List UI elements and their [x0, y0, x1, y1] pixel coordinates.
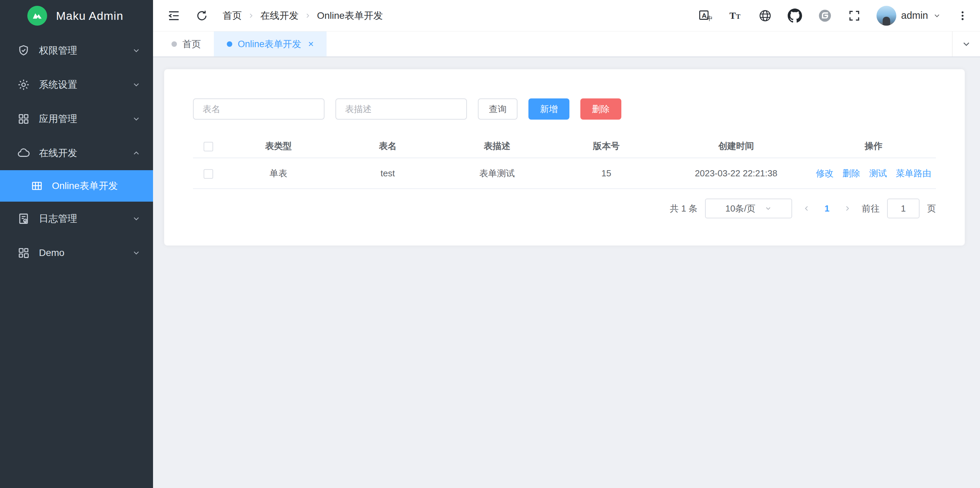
sidebar-item-online-dev[interactable]: 在线开发	[0, 136, 153, 170]
sidebar-item-label: 系统设置	[39, 78, 132, 91]
page-unit-label: 页	[927, 203, 936, 215]
sidebar-menu: 权限管理 系统设置 应用管理	[0, 32, 153, 270]
cell-table-name: test	[333, 158, 442, 189]
data-table: 表类型 表名 表描述 版本号 创建时间 操作 单表 test 表单测试 15	[193, 135, 936, 189]
fullscreen-icon	[848, 9, 861, 22]
column-header: 表描述	[442, 135, 552, 158]
row-actions: 修改 删除 测试 菜单路由	[811, 167, 936, 179]
page-size-value: 10条/页	[725, 203, 755, 215]
goto-page-input[interactable]	[887, 199, 920, 218]
avatar[interactable]	[877, 6, 896, 26]
more-settings-button[interactable]	[957, 10, 968, 22]
edit-link[interactable]: 修改	[816, 167, 834, 179]
tab-label: 首页	[182, 38, 201, 50]
svg-text:T: T	[730, 10, 736, 21]
tab-bar: 首页 Online表单开发 ×	[153, 32, 980, 57]
grid-icon	[17, 112, 30, 125]
translate-button[interactable]: A中	[698, 8, 713, 23]
font-size-button[interactable]: TT	[728, 8, 743, 23]
tabs: 首页 Online表单开发 ×	[153, 32, 952, 56]
chevron-down-icon	[132, 80, 141, 89]
translate-icon: A中	[698, 8, 713, 23]
prev-page-button[interactable]	[800, 204, 813, 212]
delete-button[interactable]: 删除	[580, 99, 621, 120]
chevron-up-icon	[132, 149, 141, 158]
chevron-down-icon	[132, 214, 141, 223]
language-button[interactable]	[758, 9, 772, 22]
delete-link[interactable]: 删除	[843, 167, 861, 179]
breadcrumb-current: Online表单开发	[317, 9, 383, 22]
gitee-icon	[818, 8, 832, 23]
sidebar-item-log-management[interactable]: 日志管理	[0, 202, 153, 236]
top-header: 首页 在线开发 Online表单开发 A中 TT	[153, 0, 980, 32]
sidebar-item-label: Online表单开发	[52, 179, 118, 192]
current-page[interactable]: 1	[821, 203, 833, 214]
table-name-input[interactable]	[193, 99, 325, 120]
header-left: 首页 在线开发 Online表单开发	[167, 8, 383, 23]
column-header: 版本号	[552, 135, 661, 158]
cell-table-desc: 表单测试	[442, 158, 552, 189]
sidebar-item-app-management[interactable]: 应用管理	[0, 102, 153, 136]
query-button[interactable]: 查询	[478, 99, 517, 120]
close-tab-icon[interactable]: ×	[308, 39, 313, 49]
document-check-icon	[17, 212, 30, 225]
row-checkbox[interactable]	[204, 169, 213, 179]
collapse-sidebar-button[interactable]	[167, 8, 181, 23]
chevron-down-icon	[132, 115, 141, 123]
search-toolbar: 查询 新增 删除	[193, 99, 936, 120]
tab-options-button[interactable]	[952, 32, 980, 56]
sidebar-item-label: 应用管理	[39, 112, 132, 125]
sidebar-item-system-settings[interactable]: 系统设置	[0, 68, 153, 102]
sidebar-item-label: Demo	[39, 247, 132, 258]
sidebar: Maku Admin 权限管理 系统设置 应用管理	[0, 0, 153, 488]
column-header: 创建时间	[661, 135, 811, 158]
user-menu[interactable]: admin	[877, 6, 941, 26]
pagination: 共 1 条 10条/页 1 前往 页	[193, 199, 936, 218]
cell-created-time: 2023-03-22 22:21:38	[661, 158, 811, 189]
github-button[interactable]	[788, 8, 802, 23]
chevron-right-icon	[247, 12, 255, 19]
sidebar-item-label: 日志管理	[39, 212, 132, 225]
shield-check-icon	[17, 44, 30, 57]
chevron-down-icon	[764, 205, 772, 212]
next-page-button[interactable]	[841, 204, 854, 212]
refresh-button[interactable]	[196, 9, 208, 22]
select-all-checkbox[interactable]	[204, 142, 213, 152]
pagination-total: 共 1 条	[670, 203, 697, 215]
svg-text:T: T	[736, 13, 741, 20]
chevron-down-icon	[132, 46, 141, 55]
gear-icon	[17, 78, 30, 91]
app-title: Maku Admin	[56, 9, 123, 22]
breadcrumb-home[interactable]: 首页	[223, 9, 242, 22]
column-header: 表名	[333, 135, 442, 158]
cell-version: 15	[552, 158, 661, 189]
add-button[interactable]: 新增	[528, 99, 570, 120]
menu-route-link[interactable]: 菜单路由	[896, 167, 932, 179]
breadcrumb-online-dev[interactable]: 在线开发	[260, 9, 299, 22]
table-row: 单表 test 表单测试 15 2023-03-22 22:21:38 修改 删…	[193, 158, 936, 189]
sidebar-item-online-form-dev[interactable]: Online表单开发	[0, 170, 153, 202]
cloud-icon	[17, 147, 30, 159]
sidebar-item-label: 在线开发	[39, 147, 132, 159]
chevron-down-icon	[961, 39, 972, 49]
column-header: 表类型	[224, 135, 333, 158]
mountain-logo-icon	[27, 6, 47, 26]
refresh-icon	[196, 9, 208, 22]
goto-label: 前往	[862, 203, 880, 215]
column-header: 操作	[811, 135, 936, 158]
sidebar-item-permissions[interactable]: 权限管理	[0, 33, 153, 68]
test-link[interactable]: 测试	[869, 167, 887, 179]
sidebar-item-demo[interactable]: Demo	[0, 236, 153, 270]
gitee-button[interactable]	[818, 8, 832, 23]
table-icon	[31, 180, 43, 192]
globe-icon	[758, 9, 772, 22]
table-desc-input[interactable]	[336, 99, 467, 120]
app-logo[interactable]: Maku Admin	[0, 0, 153, 32]
content-card: 查询 新增 删除 表类型 表名 表描述 版本号 创建时间 操作	[164, 69, 965, 246]
page-size-select[interactable]: 10条/页	[705, 199, 792, 218]
github-icon	[788, 8, 802, 23]
fullscreen-button[interactable]	[848, 9, 861, 22]
tab-online-form-dev[interactable]: Online表单开发 ×	[214, 32, 326, 56]
tab-home[interactable]: 首页	[159, 32, 214, 56]
main-column: 首页 在线开发 Online表单开发 A中 TT	[153, 0, 980, 488]
